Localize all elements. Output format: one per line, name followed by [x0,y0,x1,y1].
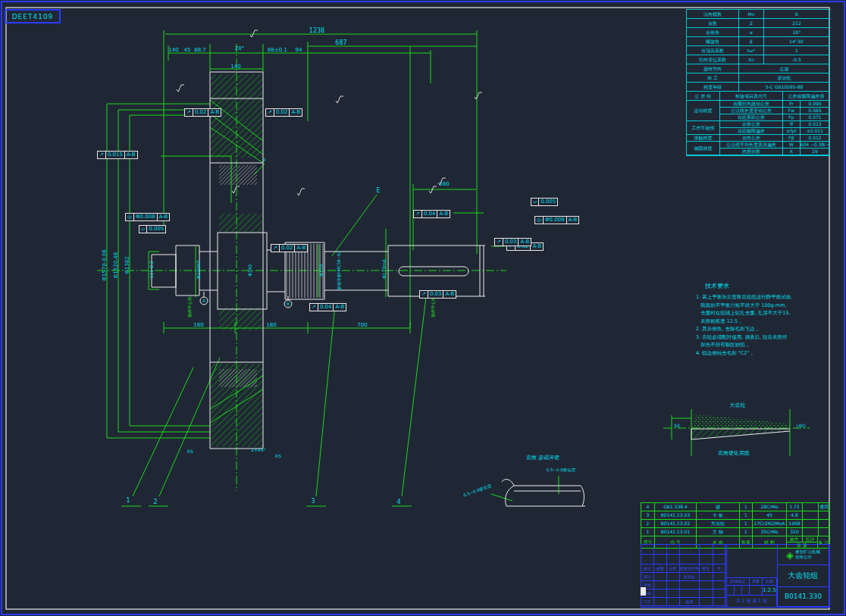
revision-label: 标记 [641,564,654,572]
gdt-cell: A-B [295,245,307,252]
gdt-cell: A-B [125,152,137,158]
param-cell: 跨测齿数 [720,149,783,155]
bom-cell: 1968 [787,520,803,527]
dimension-label: 1238 [309,28,324,34]
dimension-label: 45 [184,48,191,53]
gdt-cell: 0.015 [106,152,125,158]
param-cell: Xn [739,55,764,64]
revision-cell [667,555,680,564]
bom-row: 1B0141.13.01主 轴135CrMo320 [641,528,829,536]
bom-row: 3B0141.13.03卡 板1454.8 [641,511,829,520]
cad-drawing-sheet: DEET4109 法向模数Mn6齿数Z212齿形角α20°螺旋角β14°30′齿… [0,0,846,616]
bom-row: 4GB1.538.4键128CrMo1.73通用 [641,503,829,511]
tolerance-row: 齿距极限偏差±fpt±0.011 [720,128,829,134]
dimension-label: 88.7 [194,48,206,53]
notes-box [726,544,778,578]
title-block: 标记处数分区更改文件号签名年、月、日设计标准化审核校核工艺批准阶段标记质量比例1… [641,544,830,608]
signature-cell [667,598,680,605]
dimension-label: R5 [187,449,193,454]
dimension-label: 687 [335,40,346,46]
signature-cell [680,589,700,597]
gdt-cell: Φ0.008 [134,214,158,220]
dimension-label: 180 [266,323,276,328]
gdt-frame: ↗0.015A-B [97,151,138,159]
dimension-label: 140 [230,64,240,70]
revision-cell [667,545,680,554]
param-cell: Fβ [783,135,801,141]
dimension-label: 1 [126,498,130,504]
dimension-label: 大齿轮 [730,403,746,408]
gdt-cell: 0.02 [280,245,296,252]
param-cell: Fw [783,108,801,114]
bom-cell: 1 [740,503,753,511]
technical-notes-lines: 1. 装上平衡块后需将齿轮组进行静平衡试验, 残留的不平衡力矩不得大于 100g… [696,293,829,357]
param-cell: 0.090 [801,101,829,107]
technical-note-line: 1. 装上平衡块后需将齿轮组进行静平衡试验, [696,293,829,302]
dimension-label: 齿面硬化层图 [718,451,750,456]
dimension-label: 380 [439,182,449,187]
tolerance-row: 公法线长度变动公差Fw0.065 [720,108,829,114]
bom-cell [803,511,819,519]
gdt-cell: ↗ [266,109,274,116]
name-number-block: ◈重型矿山机械有限公司大齿轮组B0141.330 [777,544,829,607]
revision-cell [713,545,725,554]
tolerance-row: 公法线平均长度及其偏差W486.604 −0.38/−0.56 [720,142,829,149]
signature-grid: 设计标准化审核校核工艺批准 [641,572,727,608]
doc-code-box: DEET4109 [5,9,61,23]
gdt-frame: ↗0.03A-B [419,290,456,299]
param-cell: 1 [764,46,829,55]
gdt-cell: A-B [334,304,346,311]
bom-cell: 2 [641,520,655,527]
gdt-frame: ▱0.005 [139,225,166,233]
revision-label: 分区 [667,564,680,572]
dimension-label: 111-0.2 [149,261,154,278]
param-cell: 0.071 [801,114,829,120]
signature-cell [654,573,667,580]
revision-label: 年、月、日 [713,564,725,572]
param-cell: 212 [764,19,829,27]
gdt-cell: ◎ [535,217,544,224]
revision-cell [680,545,700,554]
param-row: 螺旋角β14°30′ [687,37,829,46]
param-cell: ±fpt [783,128,801,134]
param-cell: 齿形公差 [720,121,783,127]
revision-label: 更改文件号 [680,564,700,572]
param-cell: 0.065 [801,108,829,114]
dimension-label: 2×45° [251,448,265,452]
technical-notes-title: 技术要求 [705,282,829,290]
gdt-frame: ◎Φ0.008A-B [534,216,579,224]
text-cursor [641,587,646,596]
stage-mass-scale: 阶段标记质量比例1:2.5共 1 张 第 1 张 [726,577,778,608]
param-cell: 加 工 [687,73,739,82]
dimension-label: E [376,188,380,194]
param-cell: Z [739,19,764,27]
bom-cell: 键 [697,503,740,511]
tb-header-cell: 阶段标记 [727,578,750,585]
revision-cell [680,555,700,564]
tolerance-row: 跨测齿数K29 [720,149,829,155]
bom-cell: 1 [740,511,753,519]
tb-header-cell: 比例 [763,578,777,585]
dimension-label: (40) [797,424,806,428]
dimension-label: 轴承中心线 [431,296,436,317]
sheet-count: 共 1 张 第 1 张 [727,596,777,606]
param-cell: 公法线长度变动公差 [720,108,783,114]
bom-cell: 320 [787,528,803,536]
tolerance-row: 齿距累积公差Fp0.071 [720,114,829,120]
technical-note-line: 探伤不得有裂纹缺陷 。 [696,341,829,349]
param-cell: ff [783,121,801,127]
param-cell: W [783,142,801,148]
technical-note-line: 4. 锐边倒钝去毛刺 "C2" 。 [696,349,829,358]
revision-cell [700,545,713,554]
bom-cell [803,520,819,527]
gdt-cell: 0.03 [428,291,444,298]
dimension-label: 20° [235,46,244,52]
gdt-frame: ↗0.02A-B [271,244,308,252]
dimension-label: R5 [275,454,281,458]
gdt-cell: 0.03 [503,239,519,245]
gdt-cell: 0.04 [422,211,438,217]
gdt-cell: A-B [290,109,302,116]
param-cell: 486.604 −0.38/−0.56 [801,142,829,148]
gdt-cell: 0.005 [147,226,165,233]
dimension-label: 渗碳淬硬HRC58~62 [337,251,342,290]
